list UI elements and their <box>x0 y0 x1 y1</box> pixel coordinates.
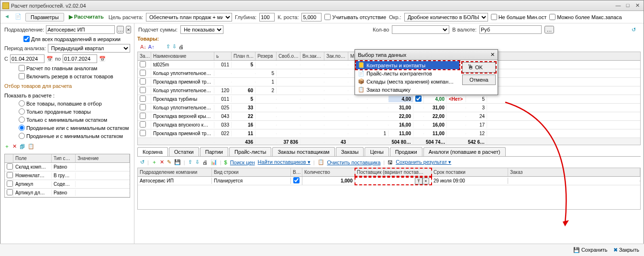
find-price-link[interactable]: Поиск цен <box>230 160 255 165</box>
find-supp-link[interactable]: Найти поставщиков ▾ <box>258 159 311 165</box>
grid-col[interactable]: План п… <box>232 52 255 60</box>
goal-select[interactable]: Обеспечить план продаж + мин.о <box>146 13 232 21</box>
filter-copy-icon[interactable]: 🗐 <box>20 144 25 149</box>
curr-input[interactable] <box>479 25 542 34</box>
basket-up-icon[interactable]: ⇧ <box>188 159 192 165</box>
qty-select[interactable] <box>392 25 449 34</box>
filter-row[interactable]: Склад комп…Равно <box>5 163 130 171</box>
basket-excel-icon[interactable]: 📊 <box>211 159 217 165</box>
basket-edit-icon[interactable]: ✎ <box>167 159 171 165</box>
tab-orders[interactable]: Заказы <box>336 147 364 156</box>
tab-price[interactable]: Цены <box>365 147 389 156</box>
basket-add-icon[interactable]: ＋ <box>152 159 157 166</box>
subdiv-picker[interactable]: … <box>117 26 124 33</box>
move-up-icon[interactable]: ⇧ <box>166 43 170 50</box>
goods-label: Товары: <box>137 36 641 42</box>
basket-down-icon[interactable]: ⇩ <box>195 159 200 165</box>
absence-check[interactable]: Учитывать отсутствие <box>324 14 386 20</box>
grid-col[interactable]: Наименование <box>151 52 214 60</box>
dialog-item-order[interactable]: 📋 Заказ поставщику <box>356 85 459 94</box>
dialog-item-pricelists[interactable]: 📄 Прайс-листы контрагентов <box>356 69 459 77</box>
move-down-icon[interactable]: ⇩ <box>172 43 177 50</box>
goal-label: Цель расчета: <box>109 14 143 20</box>
subdiv-clear[interactable]: × <box>126 26 131 33</box>
all-subdiv-check[interactable]: Для всех подразделений в иерархии <box>23 36 130 42</box>
nomore-min-check[interactable]: Не больше Мин.ост <box>491 14 547 20</box>
tab-basket[interactable]: Корзина <box>137 147 168 156</box>
grid-col[interactable]: Зак.по… <box>324 52 348 60</box>
bcell-chk[interactable] <box>291 177 302 185</box>
subdiv-input[interactable] <box>46 25 115 34</box>
cal-icon-from[interactable]: 📅 <box>46 56 53 62</box>
radio-all[interactable]: Все товары, попавшие в отбор <box>19 100 130 107</box>
sort-za-icon[interactable]: A↑ <box>148 44 155 50</box>
filter-del-icon[interactable]: ✕ <box>12 143 17 149</box>
filter-row[interactable]: Артикул дл…Равно <box>5 189 130 197</box>
back-icon[interactable]: ◄ <box>4 13 12 21</box>
sum-select[interactable]: Не показыват <box>180 25 223 34</box>
clear-supp-link[interactable]: Очистить поставщика <box>327 160 381 165</box>
close-button-bottom[interactable]: ✖ Закрыть <box>613 247 639 253</box>
tab-balances[interactable]: Остатки <box>169 147 199 156</box>
from-date[interactable] <box>10 54 44 63</box>
cal-icon-to[interactable]: 📅 <box>99 56 106 62</box>
tab-sales[interactable]: Продажи <box>390 147 422 156</box>
help-icon[interactable]: 📄 <box>15 13 22 21</box>
analog-check[interactable]: Расчет по главным аналогам <box>19 65 130 71</box>
grid-col[interactable]: Вн.зак… <box>300 52 324 60</box>
basket-row[interactable]: Автосервис ИП Планируется 1,000 T × 29 и… <box>138 177 640 185</box>
depth-input[interactable] <box>259 13 275 21</box>
grid-col[interactable]: ь <box>214 52 232 60</box>
save-button[interactable]: 💾 Сохранить <box>573 247 608 253</box>
dialog-item-contractors[interactable]: 📒 Контрагенты и контакты <box>356 61 459 69</box>
params-button[interactable]: Параметры <box>25 13 64 21</box>
tab-analogs[interactable]: Аналоги (попавшие в расчет) <box>423 147 506 156</box>
filter-paste-icon[interactable]: 📋 <box>28 143 34 149</box>
grid-col[interactable]: Резерв <box>255 52 277 60</box>
basket-ref-icon[interactable]: ↺ <box>140 159 144 165</box>
radio-min[interactable]: Только с минимальным остатком <box>19 117 130 123</box>
basket-del-icon[interactable]: ✕ <box>160 159 164 165</box>
period-select[interactable]: Предыдущий квартал <box>48 44 130 53</box>
supplier-picker-btn[interactable]: T <box>415 178 422 184</box>
dialog-cancel-button[interactable]: Отмена <box>462 75 496 85</box>
tab-batches[interactable]: Партии <box>200 147 228 156</box>
okr-select[interactable]: Дробное количество в БОЛЬШУ <box>404 13 488 21</box>
sort-az-icon[interactable]: A↓ <box>140 44 146 50</box>
refresh-icon[interactable]: ↺ <box>632 27 636 33</box>
more-max-check[interactable]: Можно более Макс.запаса <box>549 14 622 20</box>
radio-sold[interactable]: Только проданные товары <box>19 108 130 115</box>
tab-supp-orders[interactable]: Заказы поставщикам <box>272 147 334 156</box>
basket-print-icon[interactable]: 🖨 <box>202 160 208 165</box>
filter-add-icon[interactable]: ＋ <box>4 143 10 150</box>
curr-picker[interactable]: … <box>544 26 554 33</box>
grid-row[interactable]: Прокладка приемной тр…02211111,0011,0012 <box>138 129 640 138</box>
print-icon[interactable]: 🖨 <box>178 44 184 50</box>
grid-col[interactable]: Своб.о… <box>277 52 300 60</box>
tab-prices[interactable]: Прайс-листы <box>229 147 271 156</box>
grid-row[interactable]: Прокладка верхней кры…0432222,0022,0024 <box>138 112 640 121</box>
basket-grid[interactable]: Подразделение компании Вид строки В… Кол… <box>137 168 641 210</box>
grid-row[interactable]: Кольцо уплотнительное…0253331,0031,003 <box>138 104 640 112</box>
dialog-close-icon[interactable]: ✕ <box>490 52 495 58</box>
maximize-button[interactable]: □ <box>623 2 632 9</box>
k-input[interactable] <box>301 13 322 21</box>
reserve-check[interactable]: Включить резерв в остаток товаров <box>19 73 130 79</box>
close-button[interactable]: ✕ <box>633 2 642 9</box>
grid-row[interactable]: Прокладка турбины01154,004,00<Нет>5 <box>138 95 640 104</box>
bcol-subdiv: Подразделение компании <box>138 168 212 176</box>
save-res-link[interactable]: Сохранить результат ▾ <box>396 159 451 165</box>
calc-button[interactable]: ▶ Рассчитать <box>67 13 106 21</box>
grid-row[interactable]: Прокладка впускного к…0331616,0016,0017 <box>138 121 640 129</box>
bcell-supplier[interactable]: T × <box>355 177 432 185</box>
to-date[interactable] <box>63 54 97 63</box>
filter-row[interactable]: Номенклат…В гру… <box>5 171 130 180</box>
grid-col[interactable]: За… <box>138 52 151 60</box>
radio-sold-and-min[interactable]: Проданные и с минимальным остатком <box>19 133 130 139</box>
basket-save-icon[interactable]: 💾 <box>174 159 181 165</box>
dialog-item-warehouses[interactable]: 📦 Склады (места хранения) компан… <box>356 77 459 85</box>
radio-sold-or-min[interactable]: Проданные или с минимальным остатком <box>19 125 130 131</box>
minimize-button[interactable]: — <box>614 2 622 9</box>
filter-row[interactable]: АртикулСоде… <box>5 180 130 189</box>
supplier-clear-btn[interactable]: × <box>422 178 429 184</box>
